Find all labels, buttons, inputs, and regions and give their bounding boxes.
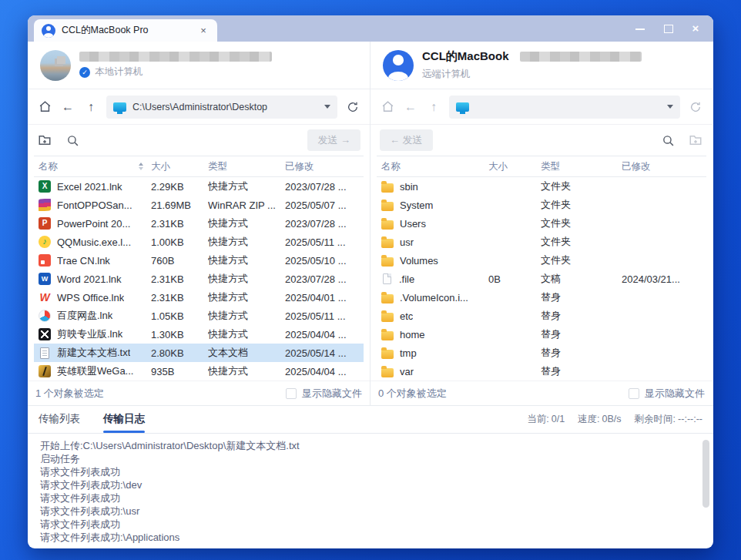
file-row[interactable]: 新建文本文档.txt2.80KB文本文档2025/05/14 ...: [34, 344, 364, 362]
column-header-type[interactable]: 类型: [541, 160, 622, 173]
file-row[interactable]: Excel 2021.lnk2.29KB快捷方式2023/07/28 ...: [34, 177, 364, 196]
new-folder-icon[interactable]: [688, 132, 703, 148]
show-hidden-checkbox[interactable]: [629, 388, 639, 399]
file-type: WinRAR ZIP ...: [208, 200, 285, 211]
file-name: sbin: [400, 181, 418, 193]
file-row[interactable]: System文件夹: [377, 196, 706, 214]
remote-device-name: CCL的MacBook: [422, 49, 509, 62]
path-dropdown-icon[interactable]: [667, 105, 673, 109]
titlebar: CCL的MacBook Pro × ×: [28, 15, 713, 42]
file-row[interactable]: Users文件夹: [377, 214, 706, 233]
refresh-icon[interactable]: [688, 99, 703, 115]
log-scrollbar[interactable]: [702, 440, 709, 508]
remote-name-censored: [520, 52, 642, 62]
remote-path-box[interactable]: [449, 96, 680, 119]
file-row[interactable]: Trae CN.lnk760B快捷方式2025/05/10 ...: [34, 251, 364, 270]
refresh-icon[interactable]: [345, 99, 360, 115]
trae-icon: [39, 254, 51, 267]
file-type: 文件夹: [541, 235, 622, 249]
path-dropdown-icon[interactable]: [324, 105, 330, 109]
up-icon[interactable]: ↑: [83, 99, 99, 115]
file-modified: 2023/07/28 ...: [285, 273, 364, 285]
back-icon[interactable]: ←: [403, 99, 418, 115]
file-name: Excel 2021.lnk: [57, 181, 122, 193]
file-modified: 2025/05/10 ...: [285, 255, 364, 267]
session-tab[interactable]: CCL的MacBook Pro ×: [34, 19, 217, 42]
new-folder-icon[interactable]: [37, 132, 52, 148]
baidu-netdisk-icon: [39, 310, 51, 322]
up-icon[interactable]: ↑: [426, 99, 441, 115]
text-file-icon: [40, 347, 49, 359]
show-hidden-checkbox[interactable]: [286, 388, 297, 399]
file-row[interactable]: var替身: [377, 362, 706, 381]
maximize-button[interactable]: [662, 23, 673, 34]
file-size: 2.31KB: [151, 218, 208, 230]
file-name: 百度网盘.lnk: [57, 309, 112, 323]
send-to-remote-button[interactable]: 发送 →: [307, 129, 360, 151]
remote-panel: CCL的MacBook 远端计算机 ← ↑: [370, 42, 712, 405]
home-icon[interactable]: [37, 99, 52, 115]
folder-icon: [381, 368, 394, 377]
file-row[interactable]: QQMusic.exe.l...1.00KB快捷方式2025/05/11 ...: [34, 233, 364, 251]
tab-transfer-list[interactable]: 传输列表: [39, 406, 80, 434]
file-row[interactable]: 英雄联盟WeGa...935B快捷方式2025/04/04 ...: [34, 362, 364, 381]
file-size: 1.05KB: [151, 310, 208, 322]
session-tab-title: CCL的MacBook Pro: [62, 24, 191, 37]
folder-icon: [381, 239, 394, 248]
file-row[interactable]: Volumes文件夹: [377, 251, 706, 270]
column-header-type[interactable]: 类型: [208, 160, 285, 173]
file-size: 935B: [151, 366, 208, 377]
remote-table-header: 名称 大小 类型 已修改: [377, 156, 706, 177]
file-modified: 2025/05/14 ...: [285, 347, 364, 359]
column-header-modified[interactable]: 已修改: [622, 160, 706, 173]
file-row[interactable]: .file0B文稿2024/03/21...: [377, 270, 706, 288]
folder-icon: [381, 220, 394, 230]
file-row[interactable]: tmp替身: [377, 344, 706, 362]
file-modified: 2024/03/21...: [622, 273, 706, 285]
file-row[interactable]: Word 2021.lnk2.31KB快捷方式2023/07/28 ...: [34, 270, 364, 288]
file-row[interactable]: sbin文件夹: [377, 177, 706, 196]
send-to-local-button[interactable]: ← 发送: [380, 129, 433, 151]
column-header-size[interactable]: 大小: [151, 160, 208, 173]
file-row[interactable]: WPS Office.lnk2.31KB快捷方式2025/04/01 ...: [34, 288, 364, 307]
file-type: 快捷方式: [208, 327, 285, 341]
back-icon[interactable]: ←: [60, 99, 75, 115]
file-row[interactable]: PowerPoint 20...2.31KB快捷方式2023/07/28 ...: [34, 214, 364, 233]
search-icon[interactable]: [660, 132, 676, 148]
panels-split: ✓ 本地计算机 ← ↑ C:\Users\Administrator\Deskt…: [28, 42, 713, 405]
column-header-size[interactable]: 大小: [488, 160, 541, 173]
local-account-header: ✓ 本地计算机: [28, 42, 370, 89]
file-row[interactable]: usr文件夹: [377, 233, 706, 251]
remote-status-bar: 0 个对象被选定 显示隐藏文件: [370, 381, 712, 405]
file-row[interactable]: .VolumeIcon.i...替身: [377, 288, 706, 307]
remote-account-header: CCL的MacBook 远端计算机: [370, 42, 712, 89]
file-type: 替身: [541, 327, 622, 341]
wegame-icon: [39, 365, 51, 377]
column-header-modified[interactable]: 已修改: [285, 160, 364, 173]
home-icon[interactable]: [380, 99, 395, 115]
column-header-name[interactable]: 名称: [34, 160, 151, 173]
file-type: 快捷方式: [208, 179, 285, 193]
tab-transfer-log[interactable]: 传输日志: [103, 406, 145, 434]
remote-selection-status: 0 个对象被选定: [378, 387, 447, 401]
local-path-box[interactable]: C:\Users\Administrator\Desktop: [106, 96, 337, 119]
file-row[interactable]: FontOPPOSan...21.69MBWinRAR ZIP ...2025/…: [34, 196, 364, 214]
tab-close-icon[interactable]: ×: [197, 25, 210, 37]
session-avatar-icon: [42, 24, 55, 38]
file-size: 2.80KB: [151, 347, 208, 359]
file-row[interactable]: home替身: [377, 325, 706, 344]
file-size: 2.31KB: [151, 273, 208, 285]
minimize-button[interactable]: [635, 23, 645, 34]
search-icon[interactable]: [65, 132, 80, 148]
file-modified: 2025/04/04 ...: [285, 329, 364, 340]
file-type: 文稿: [541, 272, 622, 286]
close-button[interactable]: ×: [690, 23, 701, 34]
column-header-name[interactable]: 名称: [377, 160, 488, 173]
folder-icon: [381, 313, 394, 322]
file-name: PowerPoint 20...: [57, 218, 130, 230]
file-type: 文件夹: [541, 216, 622, 230]
file-row[interactable]: 剪映专业版.lnk1.30KB快捷方式2025/04/04 ...: [34, 325, 364, 344]
file-row[interactable]: etc替身: [377, 307, 706, 325]
file-row[interactable]: 百度网盘.lnk1.05KB快捷方式2025/05/11 ...: [34, 307, 364, 325]
stat-current-label: 当前:: [527, 414, 548, 424]
